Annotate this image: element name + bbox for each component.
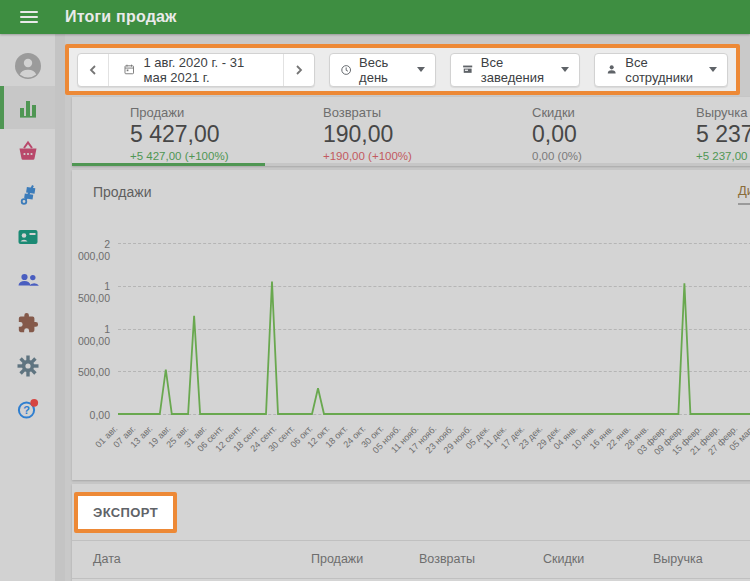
column-header-discounts: Скидки	[543, 552, 584, 566]
stat-value: 5 237,00	[696, 122, 750, 147]
puzzle-icon	[17, 312, 39, 334]
avatar-icon	[14, 52, 42, 80]
venues-filter-dropdown[interactable]: Все заведения	[450, 53, 580, 87]
stat-delta: +5 427,00 (+100%)	[130, 150, 228, 162]
chevron-right-icon	[293, 64, 305, 76]
active-tab-indicator	[72, 163, 265, 166]
person-icon	[605, 61, 618, 78]
stat-value: 0,00	[532, 122, 582, 147]
stat-label: Возвраты	[323, 105, 412, 120]
notification-dot	[30, 398, 38, 406]
prev-period-button[interactable]	[78, 54, 108, 86]
chevron-left-icon	[87, 64, 99, 76]
page-title: Итоги продаж	[65, 8, 177, 26]
sidebar: ?	[0, 34, 55, 581]
scrollbar-track[interactable]	[55, 34, 65, 581]
stat-value: 190,00	[323, 122, 412, 147]
sidebar-item-warehouse[interactable]	[0, 172, 55, 215]
column-header-returns: Возвраты	[419, 552, 475, 566]
caret-down-icon	[709, 67, 717, 72]
chart-card: Продажи Ди 2 000,001 500,001 000,00500,0…	[72, 170, 750, 480]
stat-value: 5 427,00	[130, 122, 228, 147]
sidebar-item-help[interactable]: ?	[0, 387, 55, 430]
time-filter-dropdown[interactable]: Весь день	[329, 53, 436, 87]
next-period-button[interactable]	[283, 54, 314, 86]
gear-icon	[17, 355, 39, 377]
stat-tab-revenue[interactable]: Выручка 5 237,00 +5 237,00 (+100%)	[696, 105, 750, 162]
date-range-label: 1 авг. 2020 г. - 31 мая 2021 г.	[144, 55, 269, 85]
menu-icon[interactable]	[20, 11, 38, 23]
sidebar-item-access[interactable]	[0, 215, 55, 258]
caret-down-icon	[561, 67, 569, 72]
app-header: Итоги продаж	[0, 0, 750, 34]
time-filter-label: Весь день	[359, 55, 406, 85]
stat-label: Скидки	[532, 105, 582, 120]
calendar-icon	[123, 61, 136, 78]
stat-delta: +5 237,00 (+100%)	[696, 150, 750, 162]
employees-filter-dropdown[interactable]: Все сотрудники	[594, 53, 728, 87]
column-header-sales: Продажи	[311, 552, 363, 566]
help-icon: ?	[16, 397, 40, 421]
column-header-date: Дата	[93, 552, 121, 566]
venues-filter-label: Все заведения	[481, 55, 551, 85]
caret-down-icon	[417, 67, 425, 72]
divider	[72, 540, 750, 541]
stat-tab-sales[interactable]: Продажи 5 427,00 +5 427,00 (+100%)	[130, 105, 228, 162]
date-range-button[interactable]: 1 авг. 2020 г. - 31 мая 2021 г.	[108, 54, 283, 86]
sidebar-item-staff[interactable]	[0, 258, 55, 301]
table-card: ЭКСПОРТ Дата Продажи Возвраты Скидки Выр…	[72, 484, 750, 581]
sidebar-item-settings[interactable]	[0, 344, 55, 387]
sales-line-chart	[72, 170, 750, 480]
stat-tab-returns[interactable]: Возвраты 190,00 +190,00 (+100%)	[323, 105, 412, 162]
trolley-icon	[17, 183, 39, 205]
stat-label: Выручка	[696, 105, 750, 120]
stats-row: Продажи 5 427,00 +5 427,00 (+100%) Возвр…	[72, 97, 750, 166]
date-range-control: 1 авг. 2020 г. - 31 мая 2021 г.	[77, 53, 315, 87]
stat-tab-discounts[interactable]: Скидки 0,00 0,00 (0%)	[532, 105, 582, 162]
bar-chart-icon	[17, 97, 39, 119]
people-icon	[17, 269, 39, 291]
employees-filter-label: Все сотрудники	[625, 55, 699, 85]
stat-label: Продажи	[130, 105, 228, 120]
stat-delta: 0,00 (0%)	[532, 150, 582, 162]
sidebar-item-apps[interactable]	[0, 301, 55, 344]
divider	[72, 578, 750, 579]
id-card-icon	[17, 226, 39, 248]
stat-delta: +190,00 (+100%)	[323, 150, 412, 162]
toolbar-highlight-box: 1 авг. 2020 г. - 31 мая 2021 г. Весь ден…	[65, 44, 740, 95]
svg-text:?: ?	[23, 404, 30, 416]
sidebar-item-products[interactable]	[0, 129, 55, 172]
store-icon	[461, 61, 474, 78]
export-highlight-box: ЭКСПОРТ	[74, 492, 177, 533]
basket-icon	[17, 140, 39, 162]
column-header-revenue: Выручка	[653, 552, 703, 566]
sidebar-item-reports[interactable]	[0, 86, 55, 129]
clock-icon	[340, 62, 352, 78]
export-button[interactable]: ЭКСПОРТ	[78, 496, 173, 529]
user-avatar[interactable]	[0, 46, 55, 86]
